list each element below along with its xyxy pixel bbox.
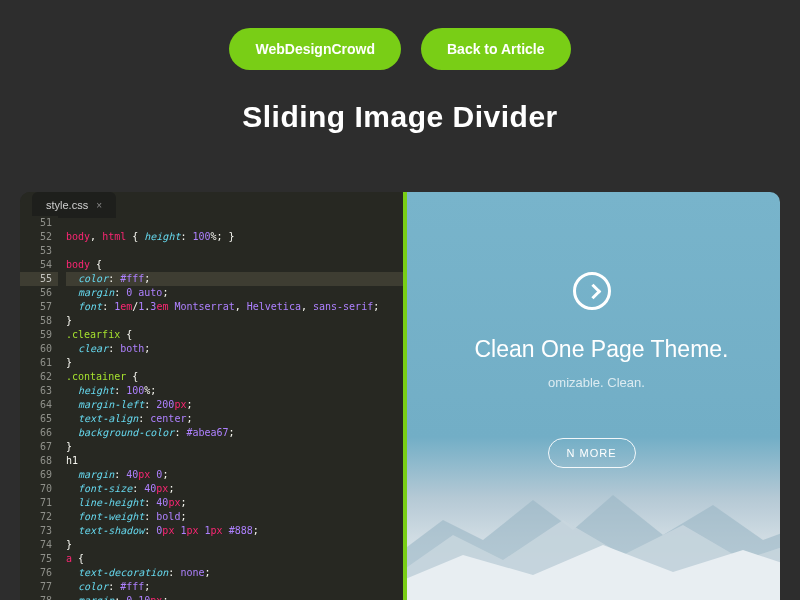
line-number-gutter: 5152535455565758596061626364656667686970… (20, 216, 58, 600)
theme-heading: Clean One Page Theme. (403, 336, 780, 363)
theme-preview-pane: Clean One Page Theme. omizable. Clean. N… (403, 192, 780, 600)
mountain-illustration (403, 480, 780, 600)
webdesigncrowd-button[interactable]: WebDesignCrowd (229, 28, 401, 70)
tab-filename: style.css (46, 199, 88, 211)
page-title: Sliding Image Divider (0, 100, 800, 134)
learn-more-button[interactable]: N MORE (548, 438, 636, 468)
sliding-image-divider: style.css × 5152535455565758596061626364… (20, 192, 780, 600)
tab-strip: style.css × (20, 192, 403, 216)
logo-icon (573, 272, 611, 310)
code-area[interactable]: body, html { height: 100%; } body { colo… (58, 216, 403, 600)
slider-handle[interactable] (403, 192, 407, 600)
code-editor-pane: style.css × 5152535455565758596061626364… (20, 192, 403, 600)
close-icon[interactable]: × (96, 200, 102, 211)
back-to-article-button[interactable]: Back to Article (421, 28, 571, 70)
theme-subheading: omizable. Clean. (403, 375, 780, 390)
editor-tab[interactable]: style.css × (32, 192, 116, 218)
top-buttons: WebDesignCrowd Back to Article (0, 0, 800, 70)
